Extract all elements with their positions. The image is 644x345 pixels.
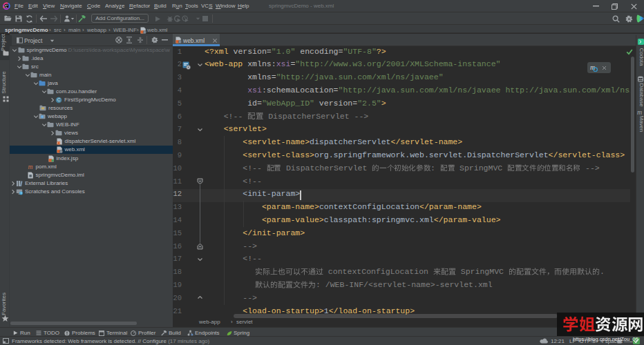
- svg-text:C: C: [57, 97, 61, 102]
- svg-text:m: m: [28, 164, 32, 170]
